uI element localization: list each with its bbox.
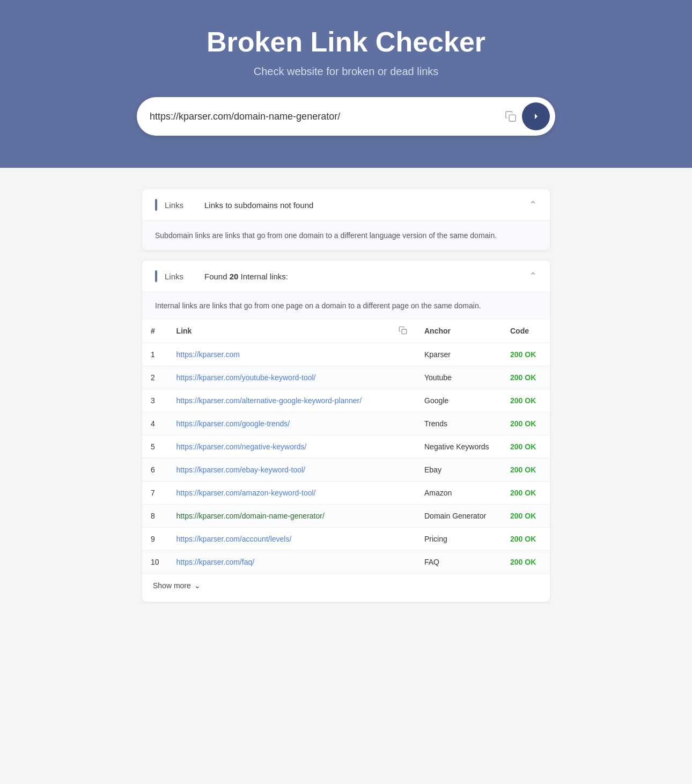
page-subtitle: Check website for broken or dead links [11,65,681,78]
row-code: 200 OK [502,481,550,504]
row-code: 200 OK [502,435,550,458]
links-table-body: 1https://kparser.comKparser200 OK2https:… [142,343,550,573]
row-code: 200 OK [502,412,550,435]
row-anchor: Ebay [416,458,502,481]
table-header-row: # Link Anchor Code [142,320,550,343]
row-link: https://kparser.com/negative-keywords/ [168,435,390,458]
row-num: 10 [142,550,168,573]
row-icon [390,435,416,458]
subdomain-section: Links Links to subdomains not found ⌃ Su… [142,189,550,250]
row-code: 200 OK [502,458,550,481]
page-title: Broken Link Checker [11,26,681,58]
subdomain-section-header[interactable]: Links Links to subdomains not found ⌃ [142,189,550,221]
row-icon [390,389,416,412]
row-link: https://kparser.com/youtube-keyword-tool… [168,366,390,389]
table-row: 10https://kparser.com/faq/FAQ200 OK [142,550,550,573]
row-link: https://kparser.com/faq/ [168,550,390,573]
search-bar [137,97,555,136]
section-bar [155,199,157,211]
internal-links-section-label: Links [165,272,192,281]
show-more-label: Show more [153,581,191,590]
row-num: 1 [142,343,168,366]
col-header-link: Link [168,320,390,343]
chevron-up-icon-2: ⌃ [529,270,537,282]
row-anchor: Pricing [416,527,502,550]
row-link: https://kparser.com/domain-name-generato… [168,504,390,527]
row-icon [390,550,416,573]
subdomain-section-info: Subdomain links are links that go from o… [142,221,550,250]
show-more-button[interactable]: Show more ⌄ [142,574,211,597]
row-link: https://kparser.com/ebay-keyword-tool/ [168,458,390,481]
row-icon [390,458,416,481]
table-row: 3https://kparser.com/alternative-google-… [142,389,550,412]
row-anchor: Trends [416,412,502,435]
svg-rect-0 [509,115,516,121]
row-anchor: Amazon [416,481,502,504]
row-link: https://kparser.com/amazon-keyword-tool/ [168,481,390,504]
main-content: Links Links to subdomains not found ⌃ Su… [131,189,561,602]
col-header-anchor: Anchor [416,320,502,343]
row-code: 200 OK [502,389,550,412]
chevron-down-icon: ⌄ [194,581,201,590]
row-link: https://kparser.com [168,343,390,366]
internal-links-section-title: Found 20 Internal links: [204,272,529,281]
svg-rect-1 [402,329,407,334]
row-num: 5 [142,435,168,458]
internal-links-count: 20 [230,272,239,281]
table-row: 6https://kparser.com/ebay-keyword-tool/E… [142,458,550,481]
section-bar-2 [155,270,157,282]
subdomain-section-title: Links to subdomains not found [204,201,529,210]
row-num: 9 [142,527,168,550]
row-code: 200 OK [502,366,550,389]
links-table-container: # Link Anchor Code [142,320,550,602]
copy-col-icon [399,328,407,336]
row-anchor: Google [416,389,502,412]
internal-links-description: Internal links are links that go from on… [142,292,550,319]
copy-icon [505,110,517,122]
row-icon [390,412,416,435]
row-icon [390,527,416,550]
row-link: https://kparser.com/google-trends/ [168,412,390,435]
row-num: 2 [142,366,168,389]
row-icon [390,343,416,366]
row-link: https://kparser.com/account/levels/ [168,527,390,550]
col-header-code: Code [502,320,550,343]
search-input[interactable] [150,111,505,122]
row-icon [390,366,416,389]
search-submit-button[interactable] [522,102,550,130]
table-row: 1https://kparser.comKparser200 OK [142,343,550,366]
row-code: 200 OK [502,343,550,366]
row-icon [390,481,416,504]
internal-links-section-header[interactable]: Links Found 20 Internal links: ⌃ [142,261,550,292]
table-row: 2https://kparser.com/youtube-keyword-too… [142,366,550,389]
row-anchor: Kparser [416,343,502,366]
row-anchor: Youtube [416,366,502,389]
row-icon [390,504,416,527]
row-num: 8 [142,504,168,527]
row-link: https://kparser.com/alternative-google-k… [168,389,390,412]
row-num: 6 [142,458,168,481]
row-code: 200 OK [502,527,550,550]
chevron-up-icon: ⌃ [529,199,537,211]
internal-links-section: Links Found 20 Internal links: ⌃ Interna… [142,261,550,601]
table-row: 7https://kparser.com/amazon-keyword-tool… [142,481,550,504]
table-row: 5https://kparser.com/negative-keywords/N… [142,435,550,458]
col-header-icon [390,320,416,343]
row-code: 200 OK [502,504,550,527]
row-num: 3 [142,389,168,412]
row-num: 4 [142,412,168,435]
row-anchor: Domain Generator [416,504,502,527]
table-row: 4https://kparser.com/google-trends/Trend… [142,412,550,435]
row-anchor: Negative Keywords [416,435,502,458]
col-header-num: # [142,320,168,343]
table-row: 9https://kparser.com/account/levels/Pric… [142,527,550,550]
links-table: # Link Anchor Code [142,320,550,574]
row-code: 200 OK [502,550,550,573]
page-header: Broken Link Checker Check website for br… [0,0,692,168]
row-anchor: FAQ [416,550,502,573]
table-row: 8https://kparser.com/domain-name-generat… [142,504,550,527]
subdomain-section-label: Links [165,201,192,210]
row-num: 7 [142,481,168,504]
